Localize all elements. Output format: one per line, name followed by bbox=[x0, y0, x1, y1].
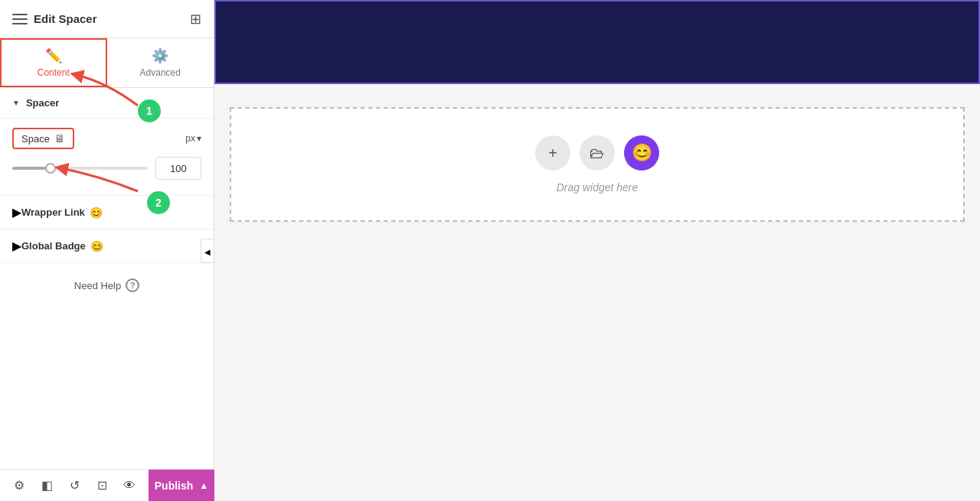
tab-advanced-label: Advanced bbox=[140, 67, 181, 78]
space-value-input[interactable]: 100 bbox=[155, 157, 201, 180]
space-row: Space 🖥 px ▾ bbox=[12, 128, 201, 149]
help-circle-icon: ? bbox=[126, 278, 139, 292]
publish-label: Publish bbox=[155, 480, 194, 492]
spacer-section-header[interactable]: ▼ Spacer bbox=[0, 88, 214, 119]
spacer-arrow-icon: ▼ bbox=[12, 99, 20, 107]
settings-icon-btn[interactable]: ⚙ bbox=[6, 473, 32, 499]
right-canvas: + 🗁 😊 Drag widget here bbox=[214, 0, 980, 501]
wrapper-arrow-icon: ▶ bbox=[12, 205, 21, 220]
bottom-icons: ⚙ ◧ ↺ ⊡ 👁 bbox=[0, 473, 149, 499]
wrapper-link-label: Wrapper Link bbox=[21, 207, 85, 218]
need-help-section[interactable]: Need Help ? bbox=[0, 263, 214, 307]
badge-arrow-icon: ▶ bbox=[12, 239, 21, 253]
publish-chevron-icon: ▲ bbox=[199, 480, 208, 491]
folder-button[interactable]: 🗁 bbox=[580, 135, 615, 171]
hamburger-icon[interactable] bbox=[12, 14, 28, 24]
tab-content[interactable]: ✏️ Content bbox=[0, 38, 107, 87]
need-help-label: Need Help bbox=[74, 280, 121, 291]
space-label-text: Space bbox=[21, 133, 50, 145]
bottom-bar: ⚙ ◧ ↺ ⊡ 👁 Publish ▲ bbox=[0, 469, 214, 501]
slider-row: 100 bbox=[12, 157, 201, 180]
unit-selector[interactable]: px ▾ bbox=[185, 133, 201, 144]
wrapper-link-section[interactable]: ▶ Wrapper Link 😊 bbox=[0, 196, 214, 229]
panel-title: Edit Spacer bbox=[34, 12, 97, 25]
wrapper-link-emoji-icon: 😊 bbox=[90, 207, 103, 219]
drop-zone: + 🗁 😊 Drag widget here bbox=[230, 107, 965, 222]
tabs-row: ✏️ Content ⚙️ Advanced bbox=[0, 38, 214, 88]
global-badge-section[interactable]: ▶ Global Badge 😊 bbox=[0, 229, 214, 263]
tab-advanced[interactable]: ⚙️ Advanced bbox=[107, 38, 214, 87]
spacer-section-title: Spacer bbox=[26, 97, 59, 109]
canvas-top-bar bbox=[214, 0, 980, 84]
tab-content-label: Content bbox=[38, 67, 70, 78]
annotation-1: 1 bbox=[138, 99, 161, 122]
layers-icon-btn[interactable]: ◧ bbox=[34, 473, 60, 499]
space-label-box[interactable]: Space 🖥 bbox=[12, 128, 74, 149]
history-icon-btn[interactable]: ↺ bbox=[61, 473, 87, 499]
add-widget-button[interactable]: + bbox=[535, 135, 570, 171]
drop-zone-text: Drag widget here bbox=[557, 181, 639, 194]
header-left: Edit Spacer bbox=[12, 12, 97, 25]
drop-zone-buttons: + 🗁 😊 bbox=[535, 135, 659, 171]
grid-icon[interactable]: ⊞ bbox=[190, 11, 201, 28]
panel-header: Edit Spacer ⊞ bbox=[0, 0, 214, 38]
annotation-2: 2 bbox=[147, 191, 170, 214]
content-icon: ✏️ bbox=[45, 47, 62, 64]
template-icon-btn[interactable]: ⊡ bbox=[89, 473, 115, 499]
spacer-controls: Space 🖥 px ▾ 100 bbox=[0, 119, 214, 196]
publish-button[interactable]: Publish ▲ bbox=[149, 470, 214, 501]
emoji-widget-button[interactable]: 😊 bbox=[624, 135, 659, 171]
global-badge-label: Global Badge bbox=[21, 240, 86, 252]
slider-container[interactable] bbox=[12, 161, 148, 175]
monitor-icon: 🖥 bbox=[54, 132, 65, 145]
unit-chevron-icon: ▾ bbox=[197, 133, 201, 144]
preview-icon-btn[interactable]: 👁 bbox=[116, 473, 142, 499]
collapse-icon: ◀ bbox=[204, 248, 211, 256]
global-badge-emoji-icon: 😊 bbox=[90, 240, 103, 252]
left-panel: Edit Spacer ⊞ ✏️ Content ⚙️ Advanced ▼ S… bbox=[0, 0, 214, 501]
canvas-body: + 🗁 😊 Drag widget here bbox=[214, 84, 980, 501]
slider-track bbox=[12, 167, 148, 170]
advanced-icon: ⚙️ bbox=[152, 47, 168, 64]
unit-value: px bbox=[185, 133, 195, 144]
panel-collapse-button[interactable]: ◀ bbox=[201, 239, 214, 263]
slider-thumb[interactable] bbox=[45, 163, 56, 174]
panel-content: ▼ Spacer Space 🖥 px ▾ bbox=[0, 88, 214, 501]
